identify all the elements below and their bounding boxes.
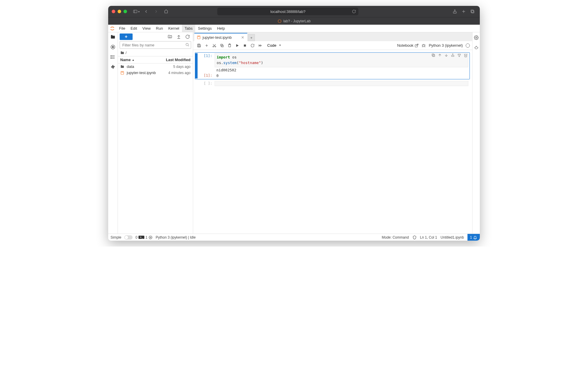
window-close-button[interactable] — [112, 10, 115, 13]
sidebar-toggle-button[interactable]: ▾ — [132, 8, 140, 15]
kernel-status-text[interactable]: Python 3 (ipykernel) | Idle — [156, 235, 196, 239]
input-prompt: [1]: — [198, 53, 215, 67]
status-bar: Simple 0 >_ 1 Python 3 (ipykernel) | Idl… — [108, 234, 480, 241]
run-cell-button[interactable] — [234, 42, 241, 49]
notebook-body[interactable]: [1]: import os os.system("hostname") nid… — [193, 50, 472, 234]
window-minimize-button[interactable] — [118, 10, 121, 13]
refresh-button[interactable] — [184, 33, 191, 40]
menu-tabs[interactable]: Tabs — [182, 25, 195, 32]
menu-kernel[interactable]: Kernel — [166, 25, 182, 32]
debugger-panel-icon[interactable] — [473, 45, 479, 51]
insert-above-icon[interactable] — [451, 53, 455, 57]
paste-cell-button[interactable] — [226, 42, 233, 49]
delete-cell-icon[interactable] — [464, 53, 468, 57]
header-name-col[interactable]: Name ▲ — [120, 58, 166, 62]
restart-run-all-button[interactable] — [257, 42, 264, 49]
right-activity-bar — [472, 32, 480, 234]
simple-mode-toggle[interactable] — [124, 235, 133, 239]
lsp-status-icon[interactable] — [148, 235, 153, 239]
menu-edit[interactable]: Edit — [128, 25, 140, 32]
svg-rect-56 — [458, 54, 460, 55]
nav-forward-button[interactable] — [152, 8, 160, 15]
duplicate-cell-icon[interactable] — [431, 53, 435, 57]
url-bar[interactable]: localhost:38888/lab? — [217, 8, 358, 15]
browser-tab-title: lab? - JupyterLab — [108, 17, 480, 25]
nav-back-button[interactable] — [142, 8, 150, 15]
upload-button[interactable] — [175, 33, 182, 40]
menu-view[interactable]: View — [140, 25, 153, 32]
new-tab-button[interactable] — [460, 8, 467, 15]
kernel-status-indicator[interactable] — [466, 43, 470, 48]
filebrowser-row[interactable]: data5 days ago — [118, 63, 193, 70]
window-zoom-button[interactable] — [123, 10, 127, 13]
cell-type-select[interactable]: Code — [266, 43, 282, 48]
insert-cell-button[interactable] — [203, 42, 210, 49]
reload-icon[interactable] — [352, 9, 356, 14]
breadcrumb[interactable]: / — [118, 50, 193, 56]
interrupt-kernel-button[interactable] — [241, 42, 248, 49]
notebook-icon — [120, 71, 125, 75]
cell-code-editor-empty[interactable] — [215, 81, 468, 86]
trusted-icon[interactable] — [412, 235, 417, 239]
active-file-name[interactable]: Untitled1.ipynb — [441, 235, 464, 239]
new-launcher-button[interactable]: + — [120, 33, 133, 40]
filebrowser-row[interactable]: jupyter-test.ipynb4 minutes ago — [118, 70, 193, 76]
svg-rect-21 — [121, 71, 123, 74]
output-prompt: [1]: — [198, 73, 215, 78]
filter-input[interactable] — [120, 41, 191, 49]
tab-close-button[interactable]: ✕ — [240, 35, 245, 40]
svg-point-7 — [278, 19, 281, 23]
property-inspector-icon[interactable] — [473, 35, 479, 41]
cell-collapser[interactable] — [195, 81, 198, 86]
debugger-button[interactable] — [422, 43, 426, 48]
cursor-position[interactable]: Ln 1, Col 1 — [420, 235, 437, 239]
menu-run[interactable]: Run — [153, 25, 166, 32]
save-button[interactable] — [196, 42, 203, 49]
kernels-count[interactable]: 0 — [136, 235, 138, 239]
copy-cell-button[interactable] — [218, 42, 225, 49]
tab-overview-button[interactable] — [469, 8, 476, 15]
kernel-name-button[interactable]: Python 3 (ipykernel) — [429, 43, 463, 48]
add-tab-button[interactable]: + — [248, 34, 255, 41]
restart-kernel-button[interactable] — [249, 42, 256, 49]
cell-code-editor[interactable]: import os os.system("hostname") — [215, 53, 468, 67]
svg-rect-5 — [472, 11, 474, 13]
share-button[interactable] — [451, 8, 459, 15]
header-modified-col[interactable]: Last Modified — [166, 58, 191, 62]
extensions-tab-icon[interactable] — [110, 64, 116, 70]
svg-line-20 — [188, 45, 189, 46]
menu-help[interactable]: Help — [214, 25, 228, 32]
move-cell-up-icon[interactable] — [438, 53, 442, 57]
menu-settings[interactable]: Settings — [195, 25, 214, 32]
jupyter-logo-icon[interactable] — [108, 25, 116, 32]
svg-point-64 — [149, 236, 152, 239]
move-cell-down-icon[interactable] — [444, 53, 448, 57]
new-folder-button[interactable] — [166, 33, 173, 40]
filebrowser-toolbar: + — [118, 32, 193, 41]
notebook-tab[interactable]: jupyter-test.ipynb ✕ — [194, 33, 247, 41]
svg-line-46 — [422, 44, 423, 45]
terminals-count[interactable]: 1 — [146, 235, 148, 239]
cell-stdout: nid002502 — [215, 67, 468, 73]
cut-cell-button[interactable] — [211, 42, 218, 49]
terminal-icon: >_ — [138, 236, 144, 239]
toc-tab-icon[interactable] — [110, 54, 116, 60]
code-cell[interactable]: [1]: import os os.system("hostname") nid… — [195, 52, 470, 79]
code-cell-empty[interactable]: [ ]: — [195, 80, 470, 87]
open-classic-link[interactable]: Notebook — [397, 43, 419, 48]
running-sessions-tab-icon[interactable] — [110, 44, 116, 50]
external-link-icon — [415, 43, 419, 48]
bell-icon — [473, 235, 477, 239]
svg-point-42 — [423, 45, 425, 47]
jupyter-favicon-icon — [278, 19, 282, 23]
svg-point-19 — [186, 43, 188, 46]
notifications-button[interactable]: 1 — [467, 234, 480, 241]
menu-file[interactable]: File — [116, 25, 128, 32]
sort-asc-icon: ▲ — [132, 58, 134, 61]
cell-collapser[interactable] — [195, 53, 198, 78]
filebrowser-tab-icon[interactable] — [110, 34, 116, 40]
home-button[interactable] — [162, 8, 170, 15]
svg-rect-26 — [198, 44, 200, 45]
svg-rect-22 — [121, 72, 123, 72]
insert-below-icon[interactable] — [457, 53, 461, 57]
